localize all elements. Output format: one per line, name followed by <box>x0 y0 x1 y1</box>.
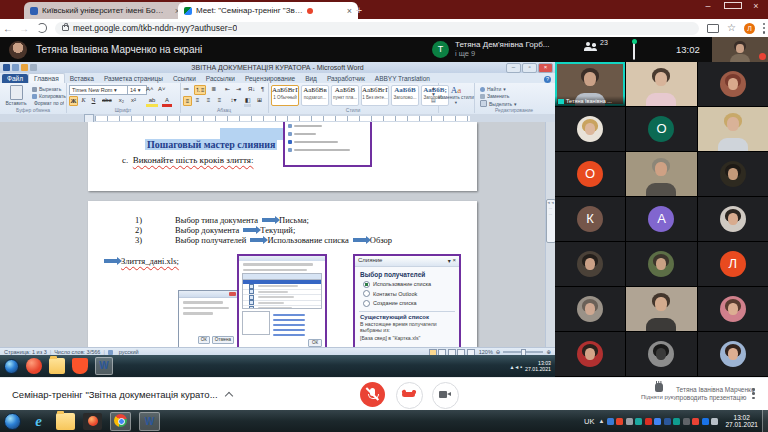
tray-icon[interactable] <box>664 418 671 425</box>
tray-icon[interactable] <box>607 418 614 425</box>
select-button[interactable]: Выделить ▾ <box>480 100 517 107</box>
find-button[interactable]: Найти ▾ <box>480 86 506 92</box>
participant-tile[interactable] <box>698 107 768 151</box>
tray-icon[interactable] <box>692 418 699 425</box>
more-options-icon[interactable] <box>752 388 755 399</box>
tray-icon[interactable] <box>645 418 652 425</box>
participant-tile[interactable]: О <box>555 152 625 196</box>
styles-scroll-icons[interactable]: ▲▼▤ <box>431 85 436 103</box>
participant-tile[interactable] <box>698 332 768 376</box>
tray-icon[interactable] <box>711 418 718 425</box>
participant-tile[interactable] <box>555 287 625 331</box>
participant-tile[interactable] <box>555 242 625 286</box>
browser-menu-icon[interactable] <box>763 23 766 34</box>
line-spacing-button[interactable]: ↕▾ <box>230 96 237 104</box>
participant-tile[interactable] <box>698 62 768 106</box>
ribbon-tab-item[interactable]: Рецензирование <box>240 74 300 83</box>
keyboard-language[interactable]: UK <box>584 417 594 426</box>
ribbon-tab-item[interactable]: Рассылки <box>201 74 240 83</box>
shrink-font-button[interactable]: А˅ <box>158 85 166 93</box>
borders-button[interactable]: ⊞ <box>256 96 263 104</box>
ribbon-tab-item[interactable]: Разработчик <box>322 74 370 83</box>
participant-tile[interactable]: Тетяна Іванівна ... <box>555 62 625 106</box>
word-help-icon[interactable]: ? <box>544 76 551 83</box>
zoom-slider[interactable] <box>503 351 543 353</box>
host-explorer-icon[interactable] <box>49 358 65 374</box>
participant-tile[interactable] <box>626 287 696 331</box>
forward-button[interactable]: → <box>16 23 32 34</box>
back-button[interactable]: ← <box>0 23 16 34</box>
tray-icon[interactable] <box>702 418 709 425</box>
camera-toggle-button[interactable] <box>432 382 459 409</box>
participant-tile[interactable]: А <box>626 197 696 241</box>
scrollbar-thumb[interactable]: ◄◄∙∙∙∙∙∙ <box>546 199 556 243</box>
font-size-combobox[interactable]: 14 ▾ <box>127 85 147 95</box>
style-chip[interactable]: АаБбВгГ11 Обычный <box>271 85 299 106</box>
cut-button[interactable]: Вырезать <box>32 86 61 92</box>
address-bar[interactable]: meet.google.com/tkb-nddn-nyy?authuser=0 <box>55 22 699 35</box>
document-page-1[interactable]: Пошаговый мастер слияния с. Виконайте ші… <box>88 122 477 191</box>
file-explorer-icon[interactable] <box>56 413 75 430</box>
participant-tile[interactable] <box>555 107 625 151</box>
host-app-icon[interactable] <box>26 358 42 374</box>
tray-icon[interactable] <box>683 418 690 425</box>
participant-tile[interactable] <box>555 332 625 376</box>
chat-button[interactable] <box>633 42 635 60</box>
underline-button[interactable]: Ч <box>90 96 97 104</box>
ribbon-tab-item[interactable]: Разметка страницы <box>99 74 168 83</box>
word-close-button[interactable]: × <box>538 63 553 73</box>
taskbar-clock[interactable]: 13:02 27.01.2021 <box>725 414 758 429</box>
media-player-icon[interactable] <box>83 413 102 430</box>
roster-preview[interactable]: Т Тетяна Дем'янівна Горб... і ще 9 <box>432 40 549 58</box>
horizontal-ruler[interactable] <box>0 114 555 122</box>
tray-icon[interactable] <box>616 418 623 425</box>
browser-tab-university[interactable]: Київський університет імені Бо… × <box>24 2 186 19</box>
document-page-2[interactable]: 1)Выбор типа документаПисьма; 2)Выбор до… <box>88 201 477 347</box>
participant-tile[interactable] <box>698 287 768 331</box>
bullets-button[interactable]: ≔ <box>183 85 190 93</box>
sort-button[interactable]: Я↓ <box>248 85 255 93</box>
show-marks-button[interactable]: ¶ <box>259 85 266 93</box>
browser-tab-meet[interactable]: Meet: "Семінар-тренінг "Зв… × <box>178 2 358 19</box>
participant-tile[interactable] <box>626 62 696 106</box>
word-taskbar-icon[interactable]: W <box>139 412 160 431</box>
justify-button[interactable]: ≡ <box>216 96 223 104</box>
cast-icon[interactable] <box>707 24 719 33</box>
style-chip[interactable]: АаБбВгГ11 Без инте... <box>361 85 389 106</box>
participant-tile[interactable]: К <box>555 197 625 241</box>
self-view-thumbnail[interactable] <box>712 37 768 62</box>
ribbon-tab-item[interactable]: Ссылки <box>168 74 201 83</box>
start-button[interactable] <box>4 413 21 430</box>
proofing-icon[interactable] <box>108 350 113 355</box>
meeting-title[interactable]: Семінар-тренінг "Звітна документація кур… <box>12 389 232 400</box>
internet-explorer-icon[interactable]: e <box>29 413 48 430</box>
font-color-button[interactable]: А <box>162 96 172 107</box>
participant-tile[interactable] <box>698 152 768 196</box>
chrome-icon[interactable] <box>110 412 131 431</box>
ribbon-tab-active[interactable]: Главная <box>28 73 65 83</box>
ribbon-tab-item[interactable]: ABBYY Translation <box>370 74 435 83</box>
decrease-indent-button[interactable]: ⇤ <box>224 85 231 93</box>
mic-toggle-button[interactable] <box>360 382 385 407</box>
tray-icon[interactable] <box>626 418 633 425</box>
word-restore-button[interactable]: ▫ <box>522 63 537 73</box>
multilevel-list-button[interactable]: ≣ <box>210 85 217 93</box>
show-desktop-button[interactable] <box>762 410 768 432</box>
align-right-button[interactable]: ≡ <box>205 96 212 104</box>
superscript-button[interactable]: x² <box>130 96 137 104</box>
tray-icon[interactable] <box>673 418 680 425</box>
host-start-button[interactable] <box>4 359 19 374</box>
ribbon-tab-item[interactable]: Вид <box>300 74 322 83</box>
participant-tile[interactable] <box>626 332 696 376</box>
ribbon-tab-item[interactable]: Вставка <box>65 74 99 83</box>
minimize-window-button[interactable]: – <box>700 1 716 11</box>
tray-icon[interactable] <box>654 418 661 425</box>
new-tab-button[interactable]: + <box>352 4 366 17</box>
bookmark-star-icon[interactable]: ☆ <box>727 24 736 32</box>
participant-tile[interactable] <box>626 152 696 196</box>
numbering-button[interactable]: ⒈≡ <box>194 85 206 95</box>
grow-font-button[interactable]: А˄ <box>146 85 154 93</box>
strikethrough-button[interactable]: abc <box>102 96 112 104</box>
participant-tile[interactable] <box>626 242 696 286</box>
paste-button[interactable]: Вставить <box>4 85 28 106</box>
